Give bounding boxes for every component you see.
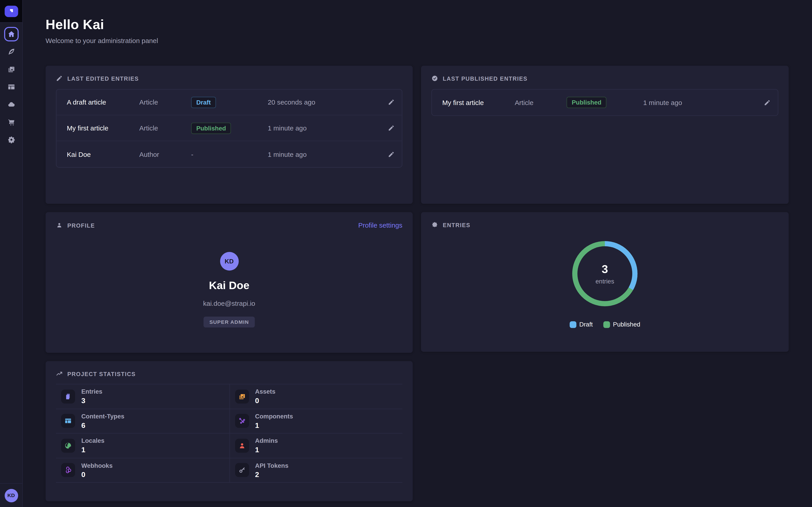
sidebar-item-content-type-builder[interactable] [4, 80, 18, 94]
edit-entry-button[interactable] [388, 151, 395, 158]
pencil-icon [388, 151, 395, 158]
entry-type: Article [139, 124, 191, 132]
table-row: Kai Doe Author - 1 minute ago [56, 141, 402, 167]
layout-icon [7, 83, 15, 91]
strapi-logo-icon[interactable] [4, 5, 18, 17]
card-title: LAST EDITED ENTRIES [67, 75, 139, 81]
page-subtitle: Welcome to your administration panel [46, 37, 789, 44]
stat-value: 0 [255, 396, 275, 405]
status-badge: - [191, 150, 193, 158]
check-circle-icon [431, 75, 438, 82]
table-row: My first article Article Published 1 min… [432, 90, 778, 115]
key-icon [238, 466, 246, 474]
stat-value: 0 [81, 470, 112, 478]
profile-avatar: KD [220, 252, 239, 271]
last-published-entries-card: LAST PUBLISHED ENTRIES My first article … [421, 66, 789, 204]
trending-up-icon [56, 371, 63, 377]
entry-name: Kai Doe [67, 150, 139, 158]
sidebar-item-marketplace[interactable] [4, 115, 18, 129]
last-edited-entries-card: LAST EDITED ENTRIES A draft article Arti… [46, 66, 413, 204]
main-content: Hello Kai Welcome to your administration… [23, 0, 812, 507]
gear-icon [7, 136, 15, 144]
role-badge: SUPER ADMIN [204, 317, 255, 327]
feather-icon [7, 48, 15, 56]
status-badge: Published [191, 122, 231, 134]
document-icon [64, 393, 72, 400]
entry-name: My first article [67, 124, 139, 132]
draft-swatch [569, 321, 576, 328]
stat-item: Locales1 [56, 434, 229, 458]
stat-item: Webhooks0 [56, 458, 229, 483]
entries-donut-chart: 3 entries [572, 241, 638, 307]
sidebar: KD [0, 0, 23, 507]
person-icon [56, 222, 63, 229]
pencil-icon [764, 99, 770, 106]
stat-item: Content-Types6 [56, 409, 229, 434]
stat-value: 1 [255, 446, 278, 454]
page-title: Hello Kai [46, 16, 789, 33]
stat-value: 3 [81, 396, 102, 405]
stat-label: Content-Types [81, 413, 124, 420]
sidebar-item-content-manager[interactable] [4, 44, 18, 59]
entry-type: Article [515, 99, 567, 106]
edit-entry-button[interactable] [388, 99, 395, 106]
stat-label: Assets [255, 388, 275, 395]
sidebar-item-deploy[interactable] [4, 97, 18, 112]
stat-item: Components1 [229, 409, 402, 434]
published-swatch [603, 321, 610, 328]
sidebar-nav [0, 23, 22, 483]
entries-card: ENTRIES 3 entries [421, 212, 789, 352]
puzzle-icon [431, 222, 438, 228]
home-icon [7, 30, 15, 38]
entry-time: 1 minute ago [268, 150, 379, 158]
stat-label: Entries [81, 388, 102, 395]
app-window: KD Hello Kai Welcome to your administrat… [0, 0, 812, 507]
sidebar-item-home[interactable] [4, 27, 18, 41]
profile-email: kai.doe@strapi.io [203, 299, 255, 307]
entries-total: 3 [602, 263, 608, 276]
images-icon [7, 65, 15, 73]
profile-card: PROFILE Profile settings KD Kai Doe kai.… [46, 212, 413, 353]
logo-area [0, 0, 22, 23]
cart-icon [7, 118, 15, 126]
status-badge: Published [567, 97, 607, 108]
profile-settings-link[interactable]: Profile settings [358, 222, 402, 229]
last-edited-table: A draft article Article Draft 20 seconds… [56, 89, 402, 168]
entry-type: Author [139, 150, 191, 158]
pencil-icon [388, 99, 395, 106]
cloud-icon [7, 100, 15, 109]
sidebar-item-settings[interactable] [4, 132, 18, 147]
stat-item: Entries3 [56, 384, 229, 409]
sidebar-footer: KD [0, 483, 22, 507]
table-row: A draft article Article Draft 20 seconds… [56, 90, 402, 115]
legend-label: Published [613, 321, 640, 328]
legend-label: Draft [579, 321, 593, 328]
stat-item: Assets0 [229, 384, 402, 409]
entry-time: 1 minute ago [643, 99, 755, 106]
stat-label: Components [255, 413, 293, 420]
network-icon [238, 417, 246, 425]
globe-icon [64, 442, 72, 449]
table-row: My first article Article Published 1 min… [56, 115, 402, 141]
chart-legend: Draft Published [569, 321, 640, 328]
images-icon [238, 393, 246, 400]
pencil-icon [56, 75, 63, 82]
stat-item: API Tokens2 [229, 458, 402, 483]
sidebar-item-media-library[interactable] [4, 62, 18, 76]
card-title: PROJECT STATISTICS [67, 371, 136, 377]
card-title: PROFILE [67, 222, 95, 228]
profile-name: Kai Doe [209, 279, 249, 292]
edit-entry-button[interactable] [764, 99, 770, 106]
status-badge: Draft [191, 97, 216, 108]
card-title: ENTRIES [443, 222, 470, 228]
user-avatar[interactable]: KD [4, 489, 18, 502]
entry-name: A draft article [67, 98, 139, 106]
entry-name: My first article [442, 99, 515, 106]
person-icon [238, 442, 246, 449]
entry-type: Article [139, 98, 191, 106]
stat-value: 1 [255, 421, 293, 429]
stat-value: 1 [81, 446, 104, 454]
edit-entry-button[interactable] [388, 125, 395, 131]
stat-label: Admins [255, 437, 278, 445]
stat-item: Admins1 [229, 434, 402, 458]
